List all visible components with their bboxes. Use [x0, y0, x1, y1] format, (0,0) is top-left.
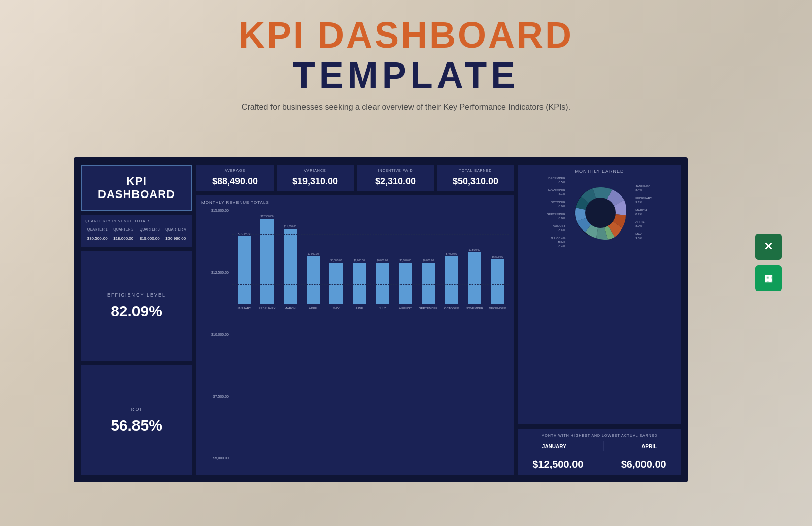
roi-box: ROI 56.85% [81, 365, 192, 475]
y-label-1: $7,500.00 [201, 394, 231, 398]
q1-value: $30,500.00 [85, 234, 110, 243]
kpi-brand-box: KPI DASHBOARD [81, 165, 192, 211]
lowest-value: $6,000.00 [621, 458, 666, 470]
bar-march: $11,000.00 MARCH [279, 225, 301, 310]
label-august: AUGUST8.4% [547, 224, 565, 233]
label-july-june: JULY 8.4%JUNE8.4% [547, 237, 565, 248]
label-december: DECEMBER6.5% [547, 177, 565, 185]
lowest-month: APRIL [641, 444, 657, 449]
metric-variance-label: VARIANCE [282, 169, 349, 172]
metric-incentive-value: $2,310.00 [362, 176, 429, 187]
q4-value: $20,990.00 [163, 234, 189, 243]
bar-february: $12,500.00 FEBRUARY [255, 215, 278, 310]
y-label-4: $15,000.00 [201, 209, 231, 212]
label-february: FEBRUARY9.1% [635, 196, 652, 205]
efficiency-box: EFFICIENCY LEVEL 82.09% [81, 251, 192, 361]
y-label-0: $5,000.00 [201, 456, 231, 460]
bar-october: $7,000.00 OCTOBER [440, 252, 463, 310]
bar-september: $6,000.00 SEPTEMBER [417, 259, 439, 310]
monthly-earned-section: MONTHLY EARNED DECEMBER6.5% NOVEMBER8.1%… [518, 165, 681, 424]
highest-lowest-section: MONTH WITH HIGHEST AND LOWEST ACTUAL EAR… [518, 429, 681, 475]
bar-april: $7,000.00 APRIL [301, 252, 324, 310]
dashboard: KPI DASHBOARD QUARTERLY REVENUE TOTALS Q… [74, 157, 688, 482]
metric-total: TOTAL EARNED $50,310.00 [437, 165, 514, 191]
q1-header: QUARTER 1 [85, 226, 110, 233]
label-october: OCTOBER8.0% [547, 201, 565, 209]
bar-november: $7,590.00 NOVEMBER [463, 248, 486, 310]
efficiency-value: 82.09% [111, 303, 162, 320]
donut-area: DECEMBER6.5% NOVEMBER8.1% OCTOBER8.0% SE… [522, 177, 676, 248]
label-march: MARCH8.2% [635, 209, 652, 217]
q3-header: QUARTER 3 [137, 226, 162, 233]
metric-average: AVERAGE $88,490.00 [196, 165, 274, 191]
label-september: SEPTEMBER8.8% [547, 213, 565, 221]
bar-may: $6,000.00 MAY [325, 259, 348, 310]
label-january: JANUARY8.4% [635, 185, 652, 193]
chart-section: MONTHLY REVENUE TOTALS $5,000.00 $7,500.… [196, 195, 514, 475]
quarterly-section: QUARTERLY REVENUE TOTALS QUARTER 1 QUART… [81, 215, 192, 247]
q2-header: QUARTER 2 [111, 226, 137, 233]
chart-title: MONTHLY REVENUE TOTALS [201, 200, 509, 205]
label-november: NOVEMBER8.1% [547, 189, 565, 197]
donut-labels-left: DECEMBER6.5% NOVEMBER8.1% OCTOBER8.0% SE… [547, 177, 565, 248]
excel-icons: ✕ ▦ [755, 234, 782, 291]
monthly-earned-title: MONTHLY EARNED [522, 169, 676, 174]
donut-labels-right: JANUARY8.4% FEBRUARY9.1% MARCH8.2% APRIL… [635, 185, 652, 241]
hl-title: MONTH WITH HIGHEST AND LOWEST ACTUAL EAR… [523, 434, 675, 437]
metric-variance-value: $19,310.00 [282, 176, 349, 187]
quarterly-label: QUARTERLY REVENUE TOTALS [85, 219, 188, 223]
bar-january: $10,000.00 JANUARY [232, 232, 255, 310]
kpi-brand-title: KPI DASHBOARD [87, 175, 186, 201]
metric-variance: VARIANCE $19,310.00 [277, 165, 354, 191]
metric-total-value: $50,310.00 [442, 176, 509, 187]
google-sheets-icon[interactable]: ▦ [755, 265, 782, 291]
page-subtitle: Crafted for businesses seeking a clear o… [0, 103, 812, 112]
quarterly-grid: QUARTER 1 QUARTER 2 QUARTER 3 QUARTER 4 … [85, 226, 188, 243]
left-column: KPI DASHBOARD QUARTERLY REVENUE TOTALS Q… [81, 165, 192, 475]
page-title-kpi: KPI DASHBOARD [0, 15, 812, 55]
bar-december: $6,500.00 DECEMBER [486, 255, 509, 310]
right-column: MONTHLY EARNED DECEMBER6.5% NOVEMBER8.1%… [518, 165, 681, 475]
page-title-template: TEMPLATE [0, 55, 812, 95]
metric-average-label: AVERAGE [201, 169, 268, 172]
svg-point-1 [585, 198, 616, 228]
efficiency-label: EFFICIENCY LEVEL [107, 292, 166, 298]
sheets-icon: ▦ [764, 273, 773, 284]
excel-icon[interactable]: ✕ [755, 234, 782, 260]
y-label-3: $12,500.00 [201, 271, 231, 274]
metric-incentive: INCENTIVE PAID $2,310.00 [357, 165, 434, 191]
bar-july: $6,000.00 JULY [371, 259, 394, 310]
highest-value: $12,500.00 [532, 458, 583, 470]
donut-chart [567, 180, 633, 246]
bar-august: $6,000.00 AUGUST [394, 259, 417, 310]
excel-x-icon: ✕ [764, 240, 773, 253]
metric-average-value: $88,490.00 [201, 176, 268, 187]
metric-incentive-label: INCENTIVE PAID [362, 169, 429, 172]
bar-june: $6,000.00 JUNE [348, 259, 370, 310]
q2-value: $18,000.00 [111, 234, 137, 243]
label-may: MAY3.0% [635, 233, 652, 241]
roi-label: ROI [131, 407, 142, 412]
metrics-row: AVERAGE $88,490.00 VARIANCE $19,310.00 I… [196, 165, 514, 191]
highest-month: JANUARY [542, 444, 566, 449]
metric-total-label: TOTAL EARNED [442, 169, 509, 172]
label-april: APRIL8.0% [635, 220, 652, 228]
q4-header: QUARTER 4 [163, 226, 189, 233]
roi-value: 56.85% [111, 417, 162, 434]
y-label-2: $10,000.00 [201, 333, 231, 336]
q3-value: $19,000.00 [137, 234, 162, 243]
